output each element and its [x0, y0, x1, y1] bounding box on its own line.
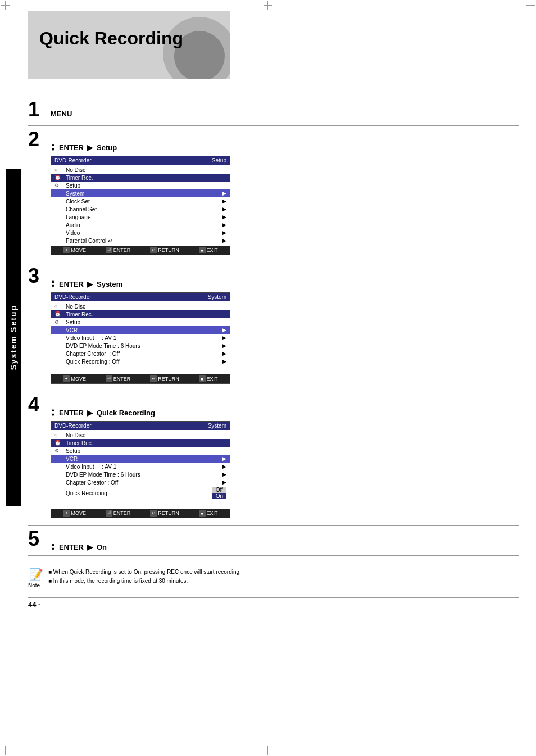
osd-label-nodisc-1: No Disc	[66, 167, 226, 173]
osd-arrow-videoinput-3: ▶	[222, 464, 226, 469]
note-label: Note	[28, 582, 44, 588]
osd-label-videoinput-2: Video Input : AV 1	[66, 335, 222, 341]
osd-dropdown-on: On	[212, 493, 226, 499]
osd-arrow-dvdep-2: ▶	[222, 343, 226, 348]
osd-arrow-system: ▶	[222, 191, 226, 196]
step-1-instruction: MENU	[51, 110, 72, 118]
osd-row-quickrec-3: Quick Recording Off On	[51, 486, 230, 500]
osd-row-dvdep-2: DVD EP Mode Time : 6 Hours ▶	[51, 342, 230, 350]
osd-arrow-chapter-2: ▶	[222, 351, 226, 356]
osd-icon-nodisc-3: ○	[54, 432, 66, 438]
osd-row-system: System ▶	[51, 189, 230, 197]
osd-row-empty-2	[51, 365, 230, 373]
step-5-header: 5 ▲▼ ENTER ▶ On	[28, 529, 519, 552]
osd-title-3-left: DVD-Recorder	[54, 423, 92, 429]
osd-footer-move-1: ✦ MOVE	[63, 247, 86, 253]
osd-arrow-quickrec-2: ▶	[222, 359, 226, 364]
osd-label-setup-1: Setup	[66, 183, 226, 189]
step-2-divider	[28, 125, 519, 126]
osd-row-channelset: Channel Set ▶	[51, 205, 230, 213]
osd-row-clockset: Clock Set ▶	[51, 197, 230, 205]
osd-label-vcr-3: VCR	[66, 456, 222, 462]
step-1-key-menu: MENU	[51, 110, 72, 118]
sidebar: System Setup	[6, 169, 21, 506]
osd-label-vcr-2: VCR	[66, 327, 222, 333]
osd-row-language: Language ▶	[51, 213, 230, 221]
header-banner: Quick Recording	[28, 11, 230, 79]
osd-row-video: Video ▶	[51, 229, 230, 237]
step-4-key-enter: ENTER	[59, 409, 84, 417]
crosshair-top-right	[526, 1, 535, 10]
main-content: Quick Recording 1 MENU 2 ▲▼ ENTER ▶ Setu…	[28, 11, 519, 631]
osd-row-vcr-2: VCR ▶	[51, 326, 230, 334]
osd-footer-3: ✦ MOVE ⏎ ENTER ↩ RETURN ■ EXIT	[51, 509, 230, 518]
osd-row-timerrec-3: ⏰ Timer Rec.	[51, 439, 230, 447]
step-5-bottom-divider	[28, 555, 519, 556]
step-3-divider	[28, 262, 519, 262]
crosshair-bottom-left	[1, 746, 10, 755]
osd-title-2-left: DVD-Recorder	[54, 294, 92, 300]
note-bullet-1: When Quick Recording is set to On, press…	[48, 568, 241, 577]
step-5-arrows: ▲▼	[51, 542, 56, 552]
osd-row-timerrec-1: ⏰ Timer Rec.	[51, 174, 230, 182]
step-1-number: 1	[28, 99, 45, 120]
osd-label-quickrec-2: Quick Recording : Off	[66, 359, 222, 365]
osd-label-quickrec-3: Quick Recording	[66, 490, 212, 496]
note-section: 📝 Note When Quick Recording is set to On…	[28, 564, 519, 588]
step-4-divider	[28, 391, 519, 391]
osd-footer-move-3: ✦ MOVE	[63, 510, 86, 517]
osd-icon-timerrec-2: ⏰	[54, 311, 66, 317]
osd-footer-exit-1: ■ EXIT	[199, 247, 218, 253]
osd-footer-return-2: ↩ RETURN	[150, 375, 179, 382]
osd-footer-2: ✦ MOVE ⏎ ENTER ↩ RETURN ■ EXIT	[51, 374, 230, 383]
osd-dropdown-3: Off On	[212, 487, 226, 499]
osd-row-quickrec-2: Quick Recording : Off ▶	[51, 357, 230, 365]
osd-label-language: Language	[66, 214, 222, 220]
step-3-key-enter: ENTER	[59, 280, 84, 288]
step-2-number: 2	[28, 129, 45, 150]
osd-title-2-right: System	[208, 294, 226, 300]
crosshair-bottom-right	[526, 746, 535, 755]
step-3-number: 3	[28, 266, 45, 286]
osd-arrow-clockset: ▶	[222, 198, 226, 204]
osd-icon-setup-3: ⚙	[54, 448, 66, 454]
step-1-divider	[28, 96, 519, 96]
step-4-arrow: ▶	[87, 408, 93, 417]
step-3-label: System	[97, 280, 122, 288]
osd-icon-nodisc-1: ○	[54, 167, 66, 173]
osd-arrow-language: ▶	[222, 214, 226, 220]
osd-arrow-chapter-3: ▶	[222, 479, 226, 485]
step-4-instruction: ▲▼ ENTER ▶ Quick Recording	[51, 408, 155, 418]
step-2-label: Setup	[97, 143, 117, 152]
step-5: 5 ▲▼ ENTER ▶ On	[28, 525, 519, 556]
osd-row-nodisc-2: ○ No Disc	[51, 302, 230, 310]
step-5-number: 5	[28, 529, 45, 549]
step-1: 1 MENU	[28, 96, 519, 120]
osd-footer-return-3: ↩ RETURN	[150, 510, 179, 517]
osd-label-videoinput-3: Video Input : AV 1	[66, 464, 222, 470]
crosshair-top-left	[1, 1, 10, 10]
osd-dropdown-off: Off	[212, 487, 226, 493]
osd-label-channelset: Channel Set	[66, 206, 222, 212]
osd-icon-setup-1: ⚙	[54, 183, 66, 188]
step-2-arrow: ▶	[87, 143, 93, 152]
osd-title-3-right: System	[208, 423, 226, 429]
osd-row-chapter-3: Chapter Creator : Off ▶	[51, 478, 230, 486]
step-5-arrow: ▶	[87, 542, 93, 551]
osd-title-1-right: Setup	[212, 157, 226, 164]
step-4-label: Quick Recording	[97, 409, 155, 417]
osd-titlebar-2: DVD-Recorder System	[51, 293, 230, 301]
osd-label-setup-3: Setup	[66, 448, 226, 454]
osd-label-system: System	[66, 191, 222, 197]
osd-body-2: ○ No Disc ⏰ Timer Rec. ⚙ Setup VCR ▶	[51, 301, 230, 374]
step-4-header: 4 ▲▼ ENTER ▶ Quick Recording	[28, 395, 519, 418]
osd-arrow-video: ▶	[222, 230, 226, 236]
step-4-arrows: ▲▼	[51, 408, 56, 418]
osd-row-nodisc-3: ○ No Disc	[51, 431, 230, 439]
step-2-instruction: ▲▼ ENTER ▶ Setup	[51, 142, 117, 152]
osd-label-audio: Audio	[66, 222, 222, 228]
osd-arrow-audio: ▶	[222, 222, 226, 228]
osd-label-clockset: Clock Set	[66, 198, 222, 205]
step-3-arrows: ▲▼	[51, 279, 56, 289]
osd-row-timerrec-2: ⏰ Timer Rec.	[51, 310, 230, 318]
